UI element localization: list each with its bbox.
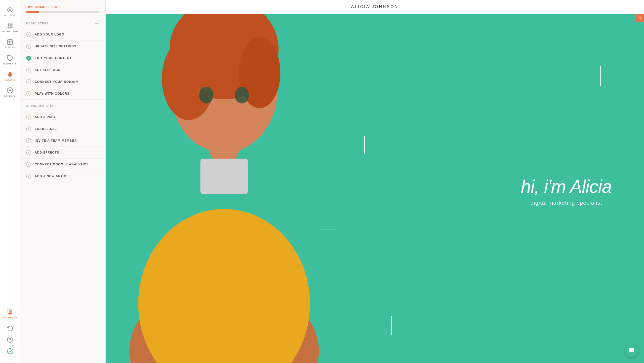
undo-icon	[7, 325, 13, 331]
step-invite-team[interactable]: INVITE A TEAM MEMBER	[20, 135, 105, 147]
svg-point-27	[199, 87, 213, 103]
collapse-basic-icon[interactable]: —	[95, 21, 100, 26]
square-icon	[7, 39, 13, 45]
hero-text-area: hi, i'm Alicia digital marketing special…	[521, 177, 612, 206]
site-header: ALICIA JOHNSON	[106, 0, 644, 14]
done-button[interactable]	[5, 345, 15, 357]
person-illustration	[106, 14, 343, 363]
step-label: ADD EFFECTS	[35, 151, 59, 154]
progress-bar-background	[26, 11, 99, 13]
step-status-icon	[26, 162, 31, 167]
grid-icon	[7, 23, 13, 29]
step-status-icon	[26, 79, 31, 84]
svg-rect-29	[200, 159, 248, 194]
sidebar-item-label: PREVIEW	[4, 14, 16, 17]
sidebar-item-progress[interactable]: PROGRESS	[0, 306, 20, 321]
step-label: ADD A NEW ARTICLE	[35, 174, 71, 178]
question-icon	[7, 336, 13, 343]
progress-text: 18% COMPLETED	[26, 5, 99, 9]
step-add-effects[interactable]: ADD EFFECTS	[20, 147, 105, 159]
step-status-icon: ✓	[26, 56, 31, 61]
svg-point-6	[11, 25, 12, 26]
step-update-settings[interactable]: UPDATE SITE SETTINGS	[20, 41, 105, 52]
step-label: CONNECT GOOGLE ANALYTICS	[35, 163, 89, 166]
main-content: ALICIA JOHNSON	[106, 0, 644, 363]
basic-steps-title: BASIC STEPS	[26, 22, 49, 25]
eye-icon	[7, 7, 13, 13]
step-connect-domain[interactable]: CONNECT YOUR DOMAIN	[20, 76, 105, 88]
step-add-logo[interactable]: ADD YOUR LOGO	[20, 29, 105, 41]
hero-person-container	[106, 14, 343, 363]
svg-point-2	[9, 23, 11, 25]
svg-rect-17	[9, 310, 12, 315]
bottom-icons	[5, 322, 15, 359]
sidebar-item-effects[interactable]: EFFECTS	[0, 85, 20, 100]
hero-subtitle: digital marketing specialist	[521, 200, 612, 206]
puzzle-icon	[7, 55, 13, 61]
chat-button[interactable]	[625, 344, 638, 357]
advanced-steps-section: ADVANCED STEPS — ADD A PAGE ENABLE SSL I…	[20, 100, 105, 182]
deco-line-4	[391, 316, 392, 335]
step-add-article[interactable]: ADD A NEW ARTICLE	[20, 170, 105, 182]
fx-button[interactable]: fx	[636, 14, 644, 22]
sidebar-item-elements[interactable]: ELEMENTS	[0, 52, 20, 67]
svg-point-1	[7, 23, 9, 25]
deco-line-2	[321, 230, 336, 230]
step-set-seo[interactable]: SET SEO TAGS	[20, 64, 105, 76]
progress-header: 18% COMPLETED	[20, 0, 105, 17]
steps-panel: 18% COMPLETED BASIC STEPS — ADD YOUR LOG…	[20, 0, 106, 363]
step-label: PLAY WITH COLORS	[35, 92, 70, 95]
step-status-icon	[26, 115, 31, 120]
advanced-steps-title: ADVANCED STEPS	[26, 104, 57, 107]
undo-button[interactable]	[5, 322, 15, 334]
step-add-page[interactable]: ADD A PAGE	[20, 111, 105, 123]
step-edit-content[interactable]: ✓ EDIT YOUR CONTENT	[20, 52, 105, 64]
svg-point-25	[162, 37, 215, 120]
step-status-icon	[26, 44, 31, 49]
collapse-advanced-icon[interactable]: —	[95, 104, 100, 108]
svg-point-4	[7, 25, 9, 26]
step-label: ENABLE SSL	[35, 127, 57, 131]
drop-icon	[7, 71, 13, 78]
step-status-icon	[26, 32, 31, 37]
sidebar-item-dashboard[interactable]: DASHBOARD	[0, 20, 20, 35]
sidebar-item-label: PROGRESS	[3, 316, 17, 319]
svg-rect-10	[8, 40, 13, 45]
sidebar-item-label: BLOCKS	[5, 46, 15, 49]
step-label: UPDATE SITE SETTINGS	[35, 45, 76, 48]
step-label: CONNECT YOUR DOMAIN	[35, 80, 78, 84]
svg-point-5	[9, 25, 11, 26]
step-enable-ssl[interactable]: ENABLE SSL	[20, 123, 105, 135]
svg-point-0	[9, 9, 11, 11]
step-status-icon	[26, 67, 31, 72]
progress-label: COMPLETED	[35, 5, 58, 9]
step-label: ADD A PAGE	[35, 115, 56, 119]
progress-percent: 18%	[26, 5, 33, 9]
copy-icon	[7, 309, 13, 315]
step-status-icon	[26, 126, 31, 131]
progress-bar-fill	[26, 11, 39, 13]
step-label: EDIT YOUR CONTENT	[35, 56, 72, 60]
step-status-icon	[26, 174, 31, 179]
step-label: SET SEO TAGS	[35, 68, 60, 72]
help-button[interactable]	[5, 334, 15, 345]
step-play-colors[interactable]: PLAY WITH COLORS	[20, 88, 105, 100]
svg-point-3	[11, 23, 12, 25]
svg-point-21	[138, 209, 310, 363]
step-status-icon	[26, 138, 31, 143]
svg-point-28	[235, 87, 249, 103]
sidebar-item-label: ELEMENTS	[3, 62, 17, 65]
site-preview: hi, i'm Alicia digital marketing special…	[106, 14, 644, 363]
sidebar-item-preview[interactable]: PREVIEW	[0, 4, 20, 19]
sidebar-item-colors[interactable]: COLORS	[0, 68, 20, 84]
step-connect-analytics[interactable]: CONNECT GOOGLE ANALYTICS	[20, 159, 105, 170]
sidebar-item-label: EFFECTS	[4, 95, 16, 97]
step-label: INVITE A TEAM MEMBER	[35, 139, 77, 142]
fx-icon	[7, 87, 13, 94]
sidebar-item-blocks[interactable]: BLOCKS	[0, 36, 20, 51]
deco-line-1	[600, 66, 601, 86]
advanced-steps-header: ADVANCED STEPS —	[20, 100, 105, 111]
step-status-icon	[26, 150, 31, 155]
deco-line-3	[364, 136, 365, 154]
basic-steps-section: BASIC STEPS — ADD YOUR LOGO UPDATE SITE …	[20, 17, 105, 100]
